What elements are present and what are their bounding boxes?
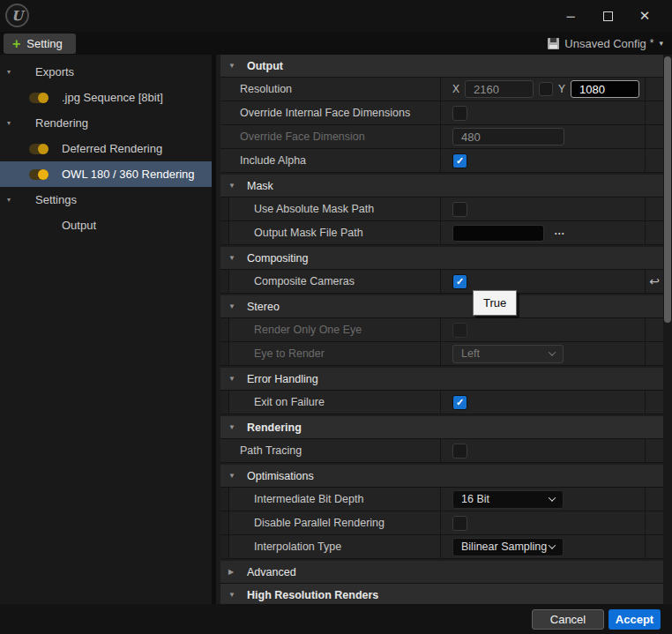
property-row-use-absolute-mask-path: Use Absolute Mask Path <box>220 198 663 221</box>
sidebar-item-jpg-sequence[interactable]: .jpg Sequence [8bit] <box>0 85 212 110</box>
sidebar-group-label: Exports <box>35 65 74 78</box>
expand-arrow-icon[interactable]: ▾ <box>7 68 19 76</box>
check-icon: ✓ <box>456 397 464 408</box>
chevron-down-icon: ▾ <box>659 39 663 48</box>
property-row-output-mask-file-path: Output Mask File Path ••• <box>220 221 663 245</box>
section-title: Stereo <box>247 301 280 313</box>
sidebar-group-settings[interactable]: ▾ Settings <box>0 187 212 213</box>
indent-strip <box>220 318 229 341</box>
sidebar-item-owl-180-360-rendering[interactable]: OWL 180 / 360 Rendering <box>0 161 212 187</box>
property-label: Eye to Render <box>254 347 325 360</box>
collapse-arrow-icon: ▼ <box>228 375 237 383</box>
indent-strip <box>220 535 229 558</box>
resolution-y-input[interactable] <box>571 80 639 98</box>
resolution-x-input[interactable] <box>465 80 534 98</box>
toggle-switch[interactable] <box>29 144 49 154</box>
composite-cameras-checkbox[interactable]: ✓ <box>452 274 467 289</box>
section-header-compositing[interactable]: ▼ Compositing <box>220 247 663 270</box>
expand-arrow-icon[interactable]: ▾ <box>7 119 19 127</box>
unreal-engine-logo-icon: U <box>5 4 29 27</box>
sidebar-item-deferred-rendering[interactable]: Deferred Rendering <box>0 136 212 161</box>
interpolation-type-dropdown[interactable]: Bilinear Sampling <box>452 538 564 556</box>
chevron-down-icon <box>549 494 556 501</box>
property-row-composite-cameras: Composite Cameras ✓ ↩ <box>220 270 663 294</box>
section-header-high-resolution-renders[interactable]: ▼ High Resolution Renders <box>220 584 663 604</box>
property-row-override-face-dimension: Override Face Dimension <box>220 125 663 149</box>
property-label: Resolution <box>240 83 292 95</box>
x-axis-label: X <box>452 83 459 95</box>
minimize-button[interactable]: ─ <box>552 0 589 32</box>
render-only-one-eye-checkbox <box>452 323 467 338</box>
property-label: Interpolation Type <box>254 541 341 553</box>
settings-panel: ▼ Output Resolution X Y Override Interna… <box>220 55 663 604</box>
section-header-mask[interactable]: ▼ Mask <box>220 175 663 198</box>
sidebar-group-exports[interactable]: ▾ Exports <box>0 59 212 85</box>
section-header-advanced[interactable]: ▶ Advanced <box>220 561 663 584</box>
section-title: High Resolution Renders <box>247 589 378 601</box>
property-label: Path Tracing <box>240 444 302 457</box>
section-title: Compositing <box>247 252 308 265</box>
section-header-optimisations[interactable]: ▼ Optimisations <box>220 465 663 488</box>
indent-strip <box>220 511 229 534</box>
collapse-arrow-icon: ▼ <box>228 302 237 310</box>
sidebar-group-label: Settings <box>35 193 77 206</box>
property-row-path-tracing: Path Tracing <box>220 439 663 463</box>
collapse-arrow-icon: ▼ <box>228 591 237 599</box>
toggle-switch[interactable] <box>29 169 49 180</box>
close-button[interactable]: ✕ <box>626 0 663 32</box>
accept-button[interactable]: Accept <box>609 609 661 630</box>
section-header-output[interactable]: ▼ Output <box>220 55 663 78</box>
vertical-scrollbar[interactable] <box>663 55 672 604</box>
window-controls: ─ ✕ <box>552 0 663 32</box>
sidebar-item-label: .jpg Sequence [8bit] <box>62 91 163 104</box>
indent-strip <box>220 488 229 511</box>
reset-to-default-button[interactable]: ↩ <box>649 274 660 288</box>
section-header-rendering[interactable]: ▼ Rendering <box>220 416 663 439</box>
collapse-arrow-icon: ▼ <box>228 62 237 70</box>
indent-strip <box>220 342 229 365</box>
cancel-button[interactable]: Cancel <box>532 609 604 630</box>
sidebar: ▾ Exports .jpg Sequence [8bit] ▾ Renderi… <box>0 55 216 604</box>
property-row-intermediate-bit-depth: Intermediate Bit Depth 16 Bit <box>220 488 663 511</box>
section-title: Output <box>247 60 283 72</box>
section-header-error-handling[interactable]: ▼ Error Handling <box>220 368 663 391</box>
unsaved-marker: * <box>650 37 654 49</box>
include-alpha-checkbox[interactable]: ✓ <box>452 153 467 168</box>
tooltip: True <box>473 290 517 316</box>
eye-to-render-dropdown: Left <box>452 345 564 363</box>
use-absolute-mask-path-checkbox[interactable] <box>452 202 467 217</box>
property-row-include-alpha: Include Alpha ✓ <box>220 149 663 173</box>
collapse-arrow-icon: ▼ <box>228 472 237 480</box>
intermediate-bit-depth-dropdown[interactable]: 16 Bit <box>452 490 564 509</box>
exit-on-failure-checkbox[interactable]: ✓ <box>452 395 467 410</box>
section-header-stereo[interactable]: ▼ Stereo <box>220 295 663 318</box>
override-face-dimension-input <box>452 128 564 145</box>
toggle-switch[interactable] <box>29 93 49 103</box>
expand-arrow-icon[interactable]: ▾ <box>7 196 19 204</box>
property-row-exit-on-failure: Exit on Failure ✓ <box>220 391 663 414</box>
output-mask-file-path-input[interactable] <box>452 225 544 242</box>
path-tracing-checkbox[interactable] <box>452 444 467 459</box>
resolution-lock-checkbox[interactable] <box>539 82 553 96</box>
property-label: Exit on Failure <box>254 396 325 408</box>
tab-setting[interactable]: + Setting <box>4 34 76 54</box>
dropdown-value: Left <box>461 347 480 360</box>
property-label: Override Face Dimension <box>240 131 365 143</box>
add-icon: + <box>12 37 20 51</box>
tab-label: Setting <box>26 37 62 50</box>
scrollbar-thumb[interactable] <box>664 56 671 323</box>
sidebar-item-label: OWL 180 / 360 Rendering <box>62 168 195 181</box>
sidebar-item-output[interactable]: Output <box>0 213 212 238</box>
property-row-disable-parallel-rendering: Disable Parallel Rendering <box>220 511 663 535</box>
collapse-arrow-icon: ▶ <box>228 568 237 576</box>
override-internal-face-dimensions-checkbox[interactable] <box>452 106 467 121</box>
title-bar: U ─ ✕ <box>0 0 672 32</box>
browse-button[interactable]: ••• <box>555 230 565 236</box>
disable-parallel-rendering-checkbox[interactable] <box>452 516 467 531</box>
dropdown-value: 16 Bit <box>461 493 489 505</box>
property-label: Output Mask File Path <box>254 227 363 239</box>
section-title: Rendering <box>247 421 302 434</box>
sidebar-group-rendering[interactable]: ▾ Rendering <box>0 110 212 136</box>
maximize-button[interactable] <box>589 0 626 32</box>
config-selector[interactable]: Unsaved Config * ▾ <box>548 32 663 55</box>
